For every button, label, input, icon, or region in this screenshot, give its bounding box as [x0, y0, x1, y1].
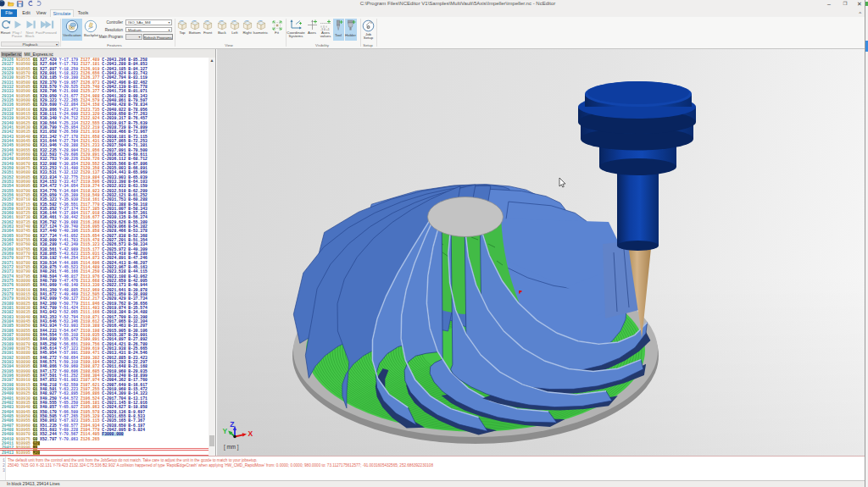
svg-text:[ mm ]: [ mm ]	[224, 444, 239, 451]
svg-text:Z: Z	[230, 420, 234, 429]
svg-text:Y: Y	[223, 427, 228, 435]
svg-text:X: X	[248, 429, 253, 438]
